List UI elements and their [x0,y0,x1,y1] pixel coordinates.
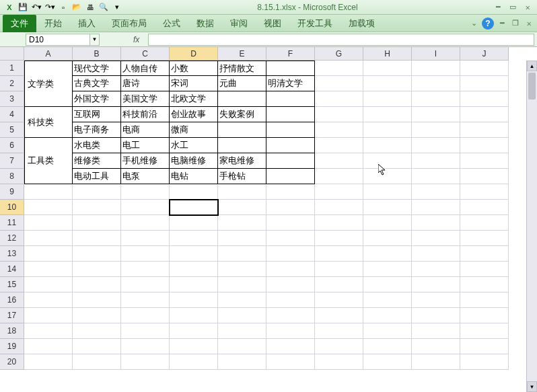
row-header-16[interactable]: 16 [0,292,24,308]
cell-C14[interactable] [121,262,170,277]
cell-H16[interactable] [363,292,412,308]
cell-F14[interactable] [266,262,315,277]
cell-D10[interactable] [170,200,218,215]
cell-D2[interactable]: 宋词 [170,76,218,91]
cell-G11[interactable] [315,215,363,231]
cell-A15[interactable] [24,277,73,292]
cell-D6[interactable]: 水工 [170,138,218,153]
cell-G5[interactable] [315,122,363,138]
row-header-7[interactable]: 7 [0,153,24,169]
cell-C3[interactable]: 美国文学 [121,91,170,107]
row-header-20[interactable]: 20 [0,354,24,370]
cell-G13[interactable] [315,246,363,262]
cell-A16[interactable] [24,292,73,308]
cell-D13[interactable] [170,246,218,262]
cell-G20[interactable] [315,354,363,370]
cell-J10[interactable] [460,200,509,215]
cell-I16[interactable] [412,292,460,308]
cell-I10[interactable] [412,200,460,215]
cell-A18[interactable] [24,323,73,339]
cell-D5[interactable]: 微商 [170,122,218,138]
cell-I4[interactable] [412,107,460,122]
row-header-10[interactable]: 10 [0,200,24,215]
cell-D17[interactable] [170,308,218,323]
cell-G19[interactable] [315,339,363,354]
cell-D20[interactable] [170,354,218,370]
cell-E4[interactable]: 失败案例 [218,107,266,122]
cell-I11[interactable] [412,215,460,231]
cell-F15[interactable] [266,277,315,292]
cell-H18[interactable] [363,323,412,339]
row-header-2[interactable]: 2 [0,76,24,91]
tab-data[interactable]: 数据 [188,15,222,32]
cell-C13[interactable] [121,246,170,262]
cell-B5[interactable]: 电子商务 [73,122,121,138]
scroll-up-button[interactable]: ▲ [527,61,537,71]
cell-B18[interactable] [73,323,121,339]
cell-B1[interactable]: 现代文学 [73,61,121,76]
cell-E8[interactable]: 手枪钻 [218,169,266,184]
row-header-5[interactable]: 5 [0,122,24,138]
cell-B6[interactable]: 水电类 [73,138,121,153]
cell-G17[interactable] [315,308,363,323]
row-header-8[interactable]: 8 [0,169,24,184]
cell-F13[interactable] [266,246,315,262]
cell-G12[interactable] [315,231,363,246]
cell-B17[interactable] [73,308,121,323]
cell-J3[interactable] [460,91,509,107]
row-header-6[interactable]: 6 [0,138,24,153]
cell-E12[interactable] [218,231,266,246]
file-tab[interactable]: 文件 [3,15,36,32]
cell-I3[interactable] [412,91,460,107]
cell-G8[interactable] [315,169,363,184]
cell-B2[interactable]: 古典文学 [73,76,121,91]
cell-J18[interactable] [460,323,509,339]
cell-J14[interactable] [460,262,509,277]
cell-B9[interactable] [73,184,121,200]
cell-I8[interactable] [412,169,460,184]
preview-icon[interactable]: 🔍 [98,2,109,13]
cell-B7[interactable]: 维修类 [73,153,121,169]
maximize-button[interactable]: ▭ [507,3,518,12]
cell-D15[interactable] [170,277,218,292]
redo-icon[interactable]: ↷▾ [44,2,55,13]
cell-F6[interactable] [266,138,315,153]
cell-B10[interactable] [73,200,121,215]
cell-H7[interactable] [363,153,412,169]
cell-J19[interactable] [460,339,509,354]
cell-F19[interactable] [266,339,315,354]
cell-C20[interactable] [121,354,170,370]
cell-G16[interactable] [315,292,363,308]
cell-G4[interactable] [315,107,363,122]
col-header-I[interactable]: I [412,47,460,61]
save-icon[interactable]: 💾 [17,2,28,13]
cell-C17[interactable] [121,308,170,323]
cell-E17[interactable] [218,308,266,323]
col-header-D[interactable]: D [170,47,218,61]
cell-A10[interactable] [24,200,73,215]
fx-button[interactable]: fx [133,34,147,46]
cell-C12[interactable] [121,231,170,246]
cell-J16[interactable] [460,292,509,308]
cell-B12[interactable] [73,231,121,246]
cell-C6[interactable]: 电工 [121,138,170,153]
cell-A20[interactable] [24,354,73,370]
close-button[interactable]: ⨉ [522,3,533,12]
cell-D3[interactable]: 北欧文学 [170,91,218,107]
vertical-scrollbar[interactable]: ▲ ▼ [526,61,537,392]
cell-G6[interactable] [315,138,363,153]
cell-B3[interactable]: 外国文学 [73,91,121,107]
tab-view[interactable]: 视图 [256,15,289,32]
cell-I7[interactable] [412,153,460,169]
cell-E1[interactable]: 抒情散文 [218,61,266,76]
cell-A6[interactable]: 工具类 [24,138,73,184]
cell-G7[interactable] [315,153,363,169]
cell-B11[interactable] [73,215,121,231]
ribbon-min-icon[interactable]: ⌄ [468,19,479,28]
wb-close-button[interactable]: ⨉ [524,19,534,28]
cell-I9[interactable] [412,184,460,200]
row-header-14[interactable]: 14 [0,262,24,277]
col-header-J[interactable]: J [460,47,509,61]
cell-H11[interactable] [363,215,412,231]
cell-E18[interactable] [218,323,266,339]
